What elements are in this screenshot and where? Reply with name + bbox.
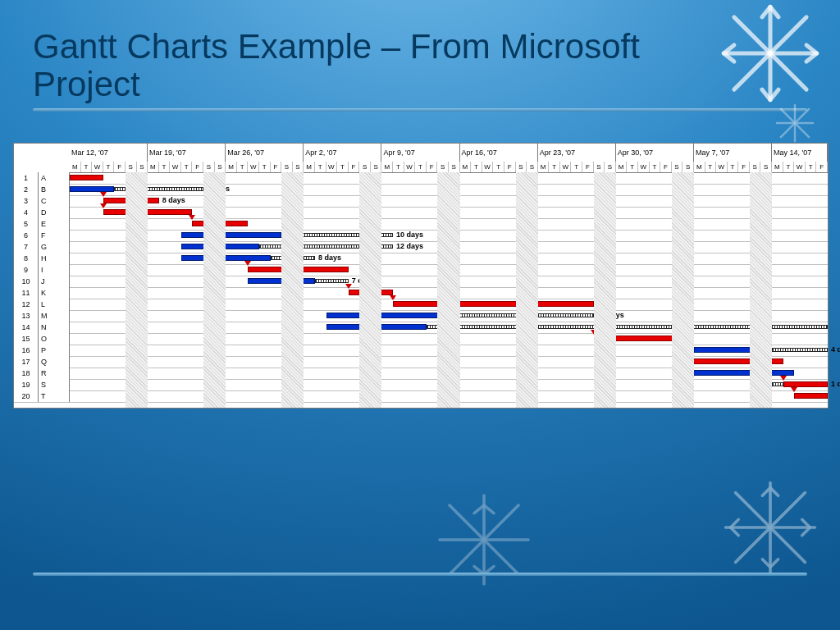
task-id-cell: 6 [14,230,39,241]
day-header: S [203,162,215,172]
task-bar [783,381,828,387]
day-header: T [159,162,171,172]
day-header: S [672,162,683,172]
task-row: 17Q [14,356,828,368]
task-id-cell: 8 [14,253,39,264]
day-header: S [126,162,137,172]
task-id-cell: 12 [14,299,39,310]
task-bar [694,347,772,353]
day-header: F [427,162,438,172]
duration-label: 12 days [396,242,423,250]
task-name-cell: F [39,230,70,241]
dependency-arrow-icon [780,376,787,381]
day-header: T [549,162,560,172]
duration-label: 8 days [162,196,185,204]
dependency-arrow-icon [591,330,597,335]
task-bar [181,244,259,249]
day-header: W [716,162,728,172]
task-bar [794,393,828,399]
task-bar [594,336,683,341]
slack-bar [114,187,203,191]
day-header: S [281,162,293,172]
day-header: T [650,162,661,172]
task-row: 14N [14,322,828,334]
task-row: 18R [14,368,828,380]
day-header: M [148,162,159,172]
task-row: 5E [14,218,828,231]
snowflake-icon [719,2,822,105]
task-id-cell: 16 [14,345,39,356]
day-header: F [271,162,282,172]
day-header: M [226,162,237,172]
task-bar [326,313,449,318]
duration-label: 13 days [597,311,624,319]
week-header: Mar 26, '07 [226,144,304,162]
day-header: M [304,162,315,172]
day-header: W [560,162,572,172]
day-header: F [114,162,126,172]
week-header: Apr 30, '07 [616,144,694,162]
svg-line-2 [734,17,806,89]
task-row: 7G12 days [14,241,828,253]
day-header: T [705,162,717,172]
task-id-cell: 5 [14,218,39,230]
duration-label: 10 days [396,231,423,239]
task-row: 6F10 days [14,230,828,242]
day-header: M [460,162,472,172]
day-header: W [482,162,494,172]
task-id-cell: 14 [14,322,39,333]
day-header: W [92,162,103,172]
bottom-rule [33,573,807,576]
day-header: S [449,162,460,172]
day-header: F [504,162,516,172]
day-header: T [728,162,739,172]
task-name-cell: P [39,345,70,356]
task-bar [349,290,393,295]
task-id-cell: 1 [14,172,39,184]
day-header: F [660,162,672,172]
dependency-arrow-icon [791,387,797,392]
day-header: W [170,162,181,172]
day-header: T [237,162,249,172]
task-name-cell: Q [39,356,70,368]
task-row: 1A [14,172,828,185]
day-header: S [215,162,226,172]
day-header: S [760,162,772,172]
task-row: 19S1 day [14,379,828,391]
slack-bar [271,256,315,260]
day-header: T [783,162,795,172]
task-bar [326,324,427,330]
task-bar [192,221,248,226]
task-name-cell: J [39,276,70,287]
svg-line-7 [781,109,809,137]
task-row: 15O [14,333,828,345]
task-row: 10J7 days [14,276,828,288]
task-name-cell: C [39,195,70,207]
task-name-cell: A [39,172,70,184]
task-bar [103,209,193,215]
day-header: T [81,162,93,172]
task-bar [181,232,281,238]
task-id-cell: 9 [14,264,39,276]
day-header: M [70,162,81,172]
task-row: 16P4 days [14,345,828,357]
week-header: Apr 16, '07 [460,144,538,162]
slack-bar [772,382,783,386]
day-header: M [616,162,628,172]
day-header: M [694,162,705,172]
task-row: 8H8 days [14,253,828,265]
task-bar [70,175,103,180]
duration-label: 6 days [207,185,230,193]
task-row: 3C8 days [14,195,828,208]
task-id-cell: 19 [14,379,39,390]
task-id-cell: 4 [14,207,39,218]
task-bar [682,370,794,376]
duration-label: 8 days [318,253,341,262]
task-name-cell: I [39,264,70,276]
day-header: M [772,162,783,172]
task-name-cell: E [39,218,70,230]
task-name-cell: B [39,184,70,195]
day-header: T [103,162,115,172]
task-row: 13M13 days [14,310,828,322]
dependency-arrow-icon [100,203,107,208]
